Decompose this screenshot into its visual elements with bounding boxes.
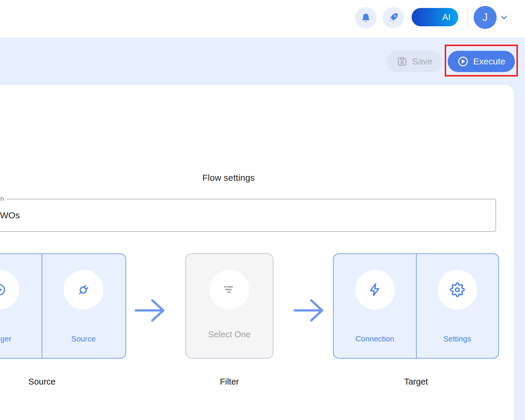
source-label: Source [42, 334, 126, 344]
flow-name-input[interactable] [0, 199, 496, 232]
connection-node-circle [355, 270, 395, 310]
notifications-button[interactable] [355, 7, 376, 28]
source-node-circle [64, 270, 103, 310]
connection-cell[interactable]: Connection [334, 254, 416, 358]
chevron-down-icon[interactable] [499, 12, 509, 22]
bell-icon [361, 12, 371, 23]
execute-button[interactable]: Execute [448, 51, 515, 72]
filter-node-circle [210, 270, 249, 310]
rocket-icon [387, 12, 399, 24]
filter-placeholder: Select One [186, 330, 273, 339]
trigger-cell[interactable]: Trigger [0, 254, 42, 358]
arrow-right-icon [133, 297, 168, 325]
save-button[interactable]: Save [387, 51, 442, 72]
connection-label: Connection [334, 334, 416, 344]
launch-button[interactable] [383, 7, 404, 28]
arrow-right-icon [292, 297, 327, 325]
caption-source: Source [0, 377, 116, 387]
settings-label: Settings [416, 334, 498, 344]
trigger-node-circle [0, 270, 19, 310]
caption-target: Target [342, 377, 490, 387]
content-panel [0, 85, 514, 420]
top-bar: AI J [0, 0, 525, 38]
topbar-divider [467, 9, 468, 27]
target-group-card: Connection Settings [333, 253, 499, 359]
flow-name-label: n [0, 195, 4, 203]
plug-icon [76, 282, 91, 297]
source-cell[interactable]: Source [42, 254, 126, 358]
caption-filter: Filter [156, 377, 303, 387]
ai-button[interactable]: AI [412, 8, 458, 26]
trigger-label: Trigger [0, 334, 42, 344]
filter-lines-icon [222, 282, 237, 297]
ai-button-label: AI [442, 12, 451, 22]
play-circle-icon [457, 56, 469, 67]
page-title: Flow settings [110, 173, 347, 183]
filter-card[interactable]: Select One [185, 253, 273, 359]
execute-button-label: Execute [473, 56, 505, 66]
floppy-disk-icon [397, 56, 407, 67]
lightning-icon [368, 282, 382, 297]
flow-name-value: WOs [0, 210, 20, 220]
settings-node-circle [438, 270, 477, 310]
user-avatar[interactable]: J [474, 6, 497, 29]
settings-cell[interactable]: Settings [416, 254, 498, 358]
avatar-initial: J [482, 11, 488, 24]
play-circle-icon [0, 283, 6, 297]
save-button-label: Save [412, 56, 432, 66]
source-group-card: Trigger Source [0, 253, 126, 359]
gear-icon [450, 282, 465, 297]
